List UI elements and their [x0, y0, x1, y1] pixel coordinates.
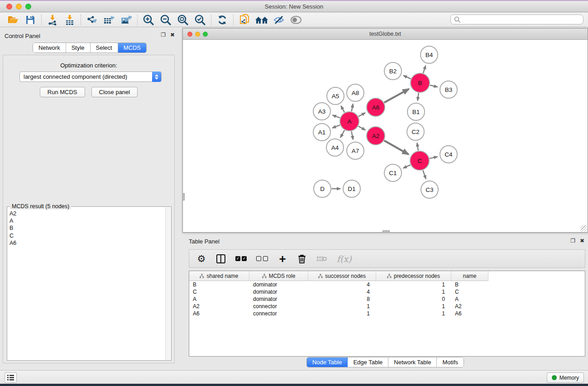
graph-node-A2[interactable]: A2	[367, 127, 385, 145]
clone-network-icon[interactable]	[236, 14, 253, 26]
table-cell[interactable]: C	[189, 288, 249, 295]
tab-network[interactable]: Network	[33, 43, 66, 52]
graph-edge-A-A1[interactable]	[332, 125, 340, 128]
zoom-fit-icon[interactable]	[174, 14, 191, 26]
table-cell[interactable]: 8	[308, 295, 376, 303]
mcds-result-list[interactable]: A2ABCA6	[8, 208, 165, 359]
graph-edge-C-C1[interactable]	[403, 165, 411, 168]
memory-button[interactable]: Memory	[547, 372, 584, 383]
graph-node-B[interactable]: B	[411, 73, 430, 92]
refresh-icon[interactable]	[214, 14, 231, 26]
graph-node-A5[interactable]: A5	[327, 87, 344, 105]
graph-node-B4[interactable]: B4	[421, 46, 438, 63]
table-cell[interactable]: B	[189, 281, 249, 288]
tab-edge-table[interactable]: Edge Table	[348, 357, 388, 367]
graph-node-A8[interactable]: A8	[347, 84, 364, 101]
network-canvas[interactable]: B4B2BB3A5A8A6A3B1AA1A2C2A4A7C4CC1C3DD1	[183, 40, 587, 232]
column-header-name[interactable]: name	[451, 271, 488, 281]
table-cell[interactable]: 1	[376, 303, 451, 310]
graph-node-C3[interactable]: C3	[421, 181, 438, 198]
graph-node-A4[interactable]: A4	[326, 139, 344, 156]
column-header-predecessor-nodes[interactable]: predecessor nodes	[376, 271, 451, 281]
table-row[interactable]: A6connector11A6	[189, 310, 488, 317]
table-cell[interactable]: A2	[451, 303, 488, 310]
close-panel-icon[interactable]: ✖	[580, 238, 584, 244]
tab-mcds[interactable]: MCDS	[118, 43, 146, 52]
show-columns-icon[interactable]	[216, 254, 226, 263]
table-cell[interactable]: A	[451, 295, 488, 303]
table-row[interactable]: Cdominator41C	[189, 288, 488, 295]
close-panel-icon[interactable]: ✖	[170, 32, 175, 38]
graph-edge-A-A5[interactable]	[341, 106, 344, 112]
graph-edge-B-B1[interactable]	[417, 93, 418, 100]
table-cell[interactable]: connector	[249, 310, 308, 317]
column-header-shared-name[interactable]: shared name	[189, 271, 249, 281]
export-network-icon[interactable]	[83, 14, 100, 26]
table-cell[interactable]: 1	[308, 303, 376, 310]
float-panel-icon[interactable]: ❐	[161, 32, 166, 38]
table-row[interactable]: A2connector11A2	[189, 303, 488, 310]
graph-edge-A-A4[interactable]	[340, 130, 344, 138]
tab-node-table[interactable]: Node Table	[307, 357, 348, 367]
graph-edge-A6-B[interactable]	[384, 89, 409, 103]
graph-node-C1[interactable]: C1	[384, 164, 402, 181]
network-graph[interactable]: B4B2BB3A5A8A6A3B1AA1A2C2A4A7C4CC1C3DD1	[183, 40, 587, 232]
table-cell[interactable]: C	[451, 288, 488, 295]
float-panel-icon[interactable]: ❐	[570, 238, 575, 244]
graph-node-D1[interactable]: D1	[343, 180, 360, 197]
table-settings-icon[interactable]: ⚙	[196, 254, 206, 263]
graph-edge-A-A8[interactable]	[352, 104, 353, 111]
run-mcds-button[interactable]: Run MCDS	[40, 87, 85, 97]
table-cell[interactable]: A6	[189, 310, 249, 317]
graph-node-A7[interactable]: A7	[347, 142, 364, 159]
tab-motifs[interactable]: Motifs	[437, 357, 464, 367]
graph-node-C4[interactable]: C4	[440, 146, 457, 163]
task-history-button[interactable]	[5, 372, 17, 383]
graph-node-A3[interactable]: A3	[313, 103, 330, 120]
graph-node-A6[interactable]: A6	[367, 98, 385, 116]
table-row[interactable]: Bdominator41B	[189, 281, 488, 288]
splitter-handle[interactable]	[382, 230, 390, 233]
network-window-titlebar[interactable]: testGlobe.txt	[183, 29, 588, 40]
zoom-out-icon[interactable]	[157, 14, 174, 26]
graph-node-C[interactable]: C	[410, 151, 429, 170]
select-all-columns-icon[interactable]: ✓✓	[235, 256, 247, 261]
graph-edge-A2-C[interactable]	[384, 141, 409, 155]
criterion-dropdown[interactable]: largest connected component (directed)	[19, 71, 162, 82]
table-cell[interactable]: A	[189, 295, 249, 303]
table-cell[interactable]: 1	[376, 288, 451, 295]
graph-edge-C-C4[interactable]	[430, 157, 438, 158]
graph-node-B1[interactable]: B1	[407, 103, 425, 120]
table-cell[interactable]: dominator	[249, 288, 308, 295]
column-header-successor-nodes[interactable]: successor nodes	[308, 271, 376, 281]
splitter-handle[interactable]	[182, 193, 185, 200]
result-scrollbar[interactable]	[165, 207, 171, 360]
add-column-icon[interactable]: +	[277, 254, 287, 263]
node-table[interactable]: shared nameMCDS rolesuccessor nodesprede…	[189, 271, 585, 357]
close-panel-button[interactable]: Close panel	[91, 87, 138, 97]
save-session-icon[interactable]	[22, 14, 39, 26]
open-file-icon[interactable]	[5, 14, 22, 26]
graph-edge-B-B2[interactable]	[403, 76, 411, 79]
graph-edge-B-B3[interactable]	[430, 85, 438, 87]
result-item[interactable]: A	[10, 217, 165, 224]
result-item[interactable]: A2	[10, 210, 165, 217]
tab-style[interactable]: Style	[66, 43, 91, 52]
result-item[interactable]: C	[10, 232, 165, 239]
show-graphics-details-icon[interactable]	[287, 14, 305, 26]
column-header-MCDS-role[interactable]: MCDS role	[249, 271, 308, 281]
table-cell[interactable]: 0	[376, 295, 451, 303]
table-cell[interactable]: B	[451, 281, 488, 288]
zoom-selected-icon[interactable]	[191, 14, 209, 26]
graph-node-A1[interactable]: A1	[313, 124, 330, 141]
delete-column-icon[interactable]	[297, 254, 307, 264]
zoom-in-icon[interactable]	[140, 14, 157, 26]
graph-edge-A-A3[interactable]	[333, 115, 340, 118]
tab-network-table[interactable]: Network Table	[388, 357, 437, 367]
result-item[interactable]: A6	[10, 239, 165, 247]
graph-edge-A-A7[interactable]	[351, 131, 353, 139]
export-image-icon[interactable]	[118, 14, 135, 26]
graph-edge-A-A2[interactable]	[359, 126, 366, 130]
graph-edge-A-A6[interactable]	[359, 113, 365, 116]
table-cell[interactable]: 1	[376, 310, 451, 317]
